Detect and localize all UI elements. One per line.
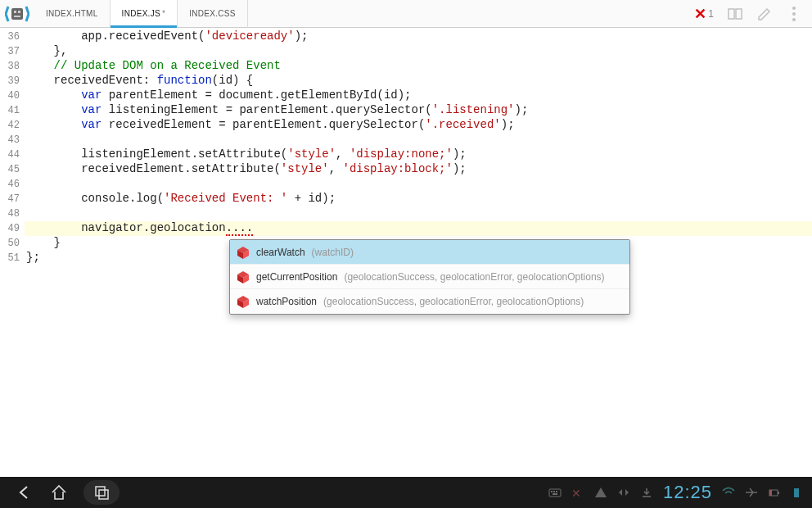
svg-rect-4 <box>729 9 734 19</box>
error-x-icon: ✕ <box>694 5 706 23</box>
code-line[interactable]: var listeningElement = parentElement.que… <box>25 103 812 118</box>
svg-rect-15 <box>778 492 779 494</box>
code-line[interactable] <box>25 177 812 192</box>
system-navbar: ✕ 12:25 <box>0 477 812 508</box>
svg-rect-16 <box>794 488 799 497</box>
code-line[interactable]: navigator.geolocation.... <box>25 221 812 236</box>
cube-icon <box>237 246 250 259</box>
toolbar: INDEX.HTMLINDEX.JS *INDEX.CSS ✕ 1 <box>0 0 812 28</box>
autocomplete-params: (geolocationSuccess, geolocationError, g… <box>323 296 584 307</box>
back-button[interactable] <box>15 483 34 502</box>
autocomplete-item-watchPosition[interactable]: watchPosition(geolocationSuccess, geoloc… <box>230 289 629 314</box>
svg-rect-8 <box>549 489 561 497</box>
svg-rect-11 <box>556 491 557 492</box>
download-icon[interactable] <box>640 487 653 498</box>
autocomplete-name: getCurrentPosition <box>256 271 337 283</box>
svg-rect-5 <box>736 9 742 19</box>
svg-rect-9 <box>551 491 553 492</box>
code-line[interactable]: var parentElement = document.getElementB… <box>25 88 812 103</box>
autocomplete-item-clearWatch[interactable]: clearWatch(watchID) <box>230 240 629 265</box>
code-line[interactable]: // Update DOM on a Received Event <box>25 59 812 74</box>
close-status-icon[interactable]: ✕ <box>571 487 584 498</box>
code-line[interactable]: var receivedElement = parentElement.quer… <box>25 118 812 133</box>
code-line[interactable]: receivedElement.setAttribute('style', 'd… <box>25 162 812 177</box>
autocomplete-name: clearWatch <box>256 247 305 258</box>
svg-rect-12 <box>553 493 557 495</box>
sync-icon[interactable] <box>617 487 630 498</box>
autocomplete-params: (geolocationSuccess, geolocationError, g… <box>344 271 604 283</box>
edit-pencil-icon[interactable] <box>756 6 773 22</box>
code-line[interactable]: receivedEvent: function(id) { <box>25 74 812 88</box>
code-line[interactable]: listeningElement.setAttribute('style', '… <box>25 147 812 162</box>
svg-rect-14 <box>769 490 772 496</box>
cube-icon <box>237 295 250 308</box>
autocomplete-popup: clearWatch(watchID)getCurrentPosition(ge… <box>229 239 630 315</box>
code-line[interactable]: console.log('Received Event: ' + id); <box>25 192 812 206</box>
code-line[interactable]: }, <box>25 44 812 59</box>
airplane-icon <box>745 487 758 498</box>
tab-index-css[interactable]: INDEX.CSS <box>178 0 248 28</box>
code-line[interactable] <box>25 206 812 221</box>
autocomplete-item-getCurrentPosition[interactable]: getCurrentPosition(geolocationSuccess, g… <box>230 265 629 289</box>
wifi-icon <box>722 487 735 498</box>
tabs: INDEX.HTMLINDEX.JS *INDEX.CSS <box>34 0 248 28</box>
svg-rect-7 <box>99 490 108 499</box>
warning-icon[interactable] <box>594 487 607 498</box>
tab-index-html[interactable]: INDEX.HTML <box>34 0 111 28</box>
svg-rect-1 <box>14 11 16 13</box>
autocomplete-params: (watchID) <box>312 247 354 258</box>
keyboard-icon[interactable] <box>548 487 562 498</box>
svg-rect-2 <box>18 11 20 13</box>
autocomplete-name: watchPosition <box>256 296 317 307</box>
clock[interactable]: 12:25 <box>663 482 712 503</box>
code-editor[interactable]: 36373839404142434445464748495051 app.rec… <box>0 28 812 477</box>
svg-rect-0 <box>11 8 23 20</box>
app-logo[interactable] <box>0 0 34 28</box>
code-line[interactable] <box>25 133 812 147</box>
panel-icon[interactable] <box>727 6 743 22</box>
overflow-menu-icon[interactable] <box>786 6 802 22</box>
battery-icon <box>768 487 781 498</box>
home-button[interactable] <box>49 483 69 502</box>
recent-apps-button[interactable] <box>83 480 120 505</box>
svg-rect-3 <box>14 16 20 17</box>
code-line[interactable]: app.receivedEvent('deviceready'); <box>25 29 812 44</box>
charging-icon <box>791 487 804 498</box>
tab-index-js[interactable]: INDEX.JS * <box>111 0 178 28</box>
error-count: 1 <box>708 8 714 20</box>
line-gutter: 36373839404142434445464748495051 <box>0 28 25 477</box>
svg-rect-10 <box>553 491 555 492</box>
svg-rect-6 <box>96 487 105 496</box>
cube-icon <box>237 270 250 283</box>
error-indicator[interactable]: ✕ 1 <box>694 5 714 23</box>
